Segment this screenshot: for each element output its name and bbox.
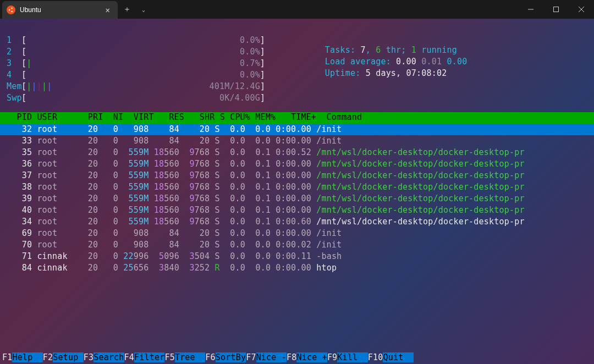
process-row[interactable]: 37 root 20 0 559M 18560 9768 S 0.0 0.1 0… <box>0 170 594 181</box>
close-window-button[interactable] <box>569 0 594 19</box>
process-row[interactable]: 38 root 20 0 559M 18560 9768 S 0.0 0.1 0… <box>0 181 594 193</box>
swp-meter: Swp[ 0K/4.00G] <box>0 93 278 104</box>
cpu-meter-2: 2 [ 0.0%] <box>0 47 278 58</box>
process-row[interactable]: 32 root 20 0 908 84 20 S 0.0 0.0 0:00.00… <box>0 124 594 135</box>
process-row[interactable]: 34 root 20 0 559M 18560 9768 S 0.0 0.1 0… <box>0 216 594 228</box>
svg-point-2 <box>11 11 13 13</box>
process-row[interactable]: 70 root 20 0 908 84 20 S 0.0 0.0 0:00.02… <box>0 239 594 251</box>
meters-section: 1 [ 0.0%]2 [ 0.0%]3 [| 0.7%]4 [ 0 <box>0 35 594 104</box>
mem-meter: Mem[||||| 401M/12.4G] <box>0 81 278 93</box>
close-tab-icon[interactable]: ✕ <box>103 5 112 14</box>
tasks-line: Tasks: 7, 6 thr; 1 running <box>278 35 594 47</box>
window-titlebar: Ubuntu ✕ ＋ ⌄ <box>0 0 594 19</box>
tab-dropdown-icon[interactable]: ⌄ <box>136 7 151 13</box>
process-row[interactable]: 33 root 20 0 908 84 20 S 0.0 0.0 0:00.00… <box>0 135 594 147</box>
cpu-meter-1: 1 [ 0.0%] <box>0 35 278 47</box>
process-row[interactable]: 40 root 20 0 559M 18560 9768 S 0.0 0.1 0… <box>0 205 594 216</box>
new-tab-button[interactable]: ＋ <box>118 4 136 14</box>
process-row[interactable]: 36 root 20 0 559M 18560 9768 S 0.0 0.1 0… <box>0 158 594 170</box>
process-row[interactable]: 71 cinnak 20 0 22996 5096 3504 S 0.0 0.0… <box>0 251 594 262</box>
cpu-meter-3: 3 [| 0.7%] <box>0 58 278 70</box>
terminal-tab[interactable]: Ubuntu ✕ <box>2 1 118 19</box>
process-list[interactable]: 32 root 20 0 908 84 20 S 0.0 0.0 0:00.00… <box>0 124 594 274</box>
process-row[interactable]: 35 root 20 0 559M 18560 9768 S 0.0 0.1 0… <box>0 147 594 158</box>
svg-point-1 <box>11 8 13 9</box>
svg-rect-4 <box>554 7 559 12</box>
function-key-bar[interactable]: F1Help F2Setup F3SearchF4FilterF5Tree F6… <box>0 352 594 364</box>
process-row[interactable]: 69 root 20 0 908 84 20 S 0.0 0.0 0:00.00… <box>0 228 594 239</box>
maximize-button[interactable] <box>543 0 569 19</box>
svg-point-0 <box>9 9 10 11</box>
terminal-viewport[interactable]: 1 [ 0.0%]2 [ 0.0%]3 [| 0.7%]4 [ 0 <box>0 19 594 364</box>
cpu-meter-4: 4 [ 0.0%] <box>0 70 278 81</box>
process-header[interactable]: PID USER PRI NI VIRT RES SHR S CPU% MEM%… <box>0 112 594 124</box>
tab-title: Ubuntu <box>20 6 99 14</box>
process-row[interactable]: 84 cinnak 20 0 25656 3840 3252 R 0.0 0.0… <box>0 262 594 274</box>
minimize-button[interactable] <box>518 0 543 19</box>
process-row[interactable]: 39 root 20 0 559M 18560 9768 S 0.0 0.1 0… <box>0 193 594 205</box>
ubuntu-icon <box>7 5 15 14</box>
